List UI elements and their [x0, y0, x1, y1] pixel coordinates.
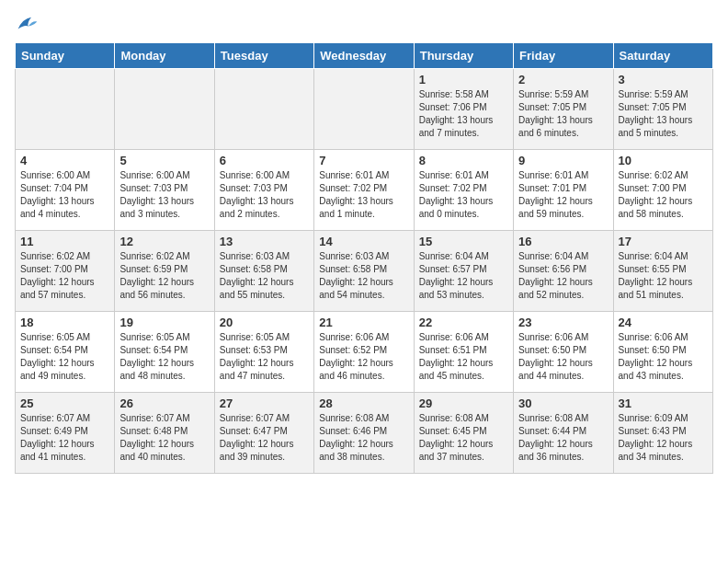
week-row-2: 4Sunrise: 6:00 AM Sunset: 7:04 PM Daylig…	[16, 150, 713, 231]
day-cell: 21Sunrise: 6:06 AM Sunset: 6:52 PM Dayli…	[314, 312, 414, 393]
day-info: Sunrise: 6:08 AM Sunset: 6:46 PM Dayligh…	[319, 412, 408, 464]
day-cell: 2Sunrise: 5:59 AM Sunset: 7:05 PM Daylig…	[514, 69, 613, 150]
day-cell: 1Sunrise: 5:58 AM Sunset: 7:06 PM Daylig…	[414, 69, 513, 150]
day-cell: 3Sunrise: 5:59 AM Sunset: 7:05 PM Daylig…	[613, 69, 712, 150]
day-info: Sunrise: 6:06 AM Sunset: 6:51 PM Dayligh…	[419, 331, 508, 383]
day-cell: 31Sunrise: 6:09 AM Sunset: 6:43 PM Dayli…	[613, 393, 712, 474]
day-cell: 9Sunrise: 6:01 AM Sunset: 7:01 PM Daylig…	[514, 150, 613, 231]
day-cell: 30Sunrise: 6:08 AM Sunset: 6:44 PM Dayli…	[514, 393, 613, 474]
day-number: 5	[119, 154, 209, 167]
day-info: Sunrise: 6:05 AM Sunset: 6:53 PM Dayligh…	[220, 331, 309, 383]
header-wednesday: Wednesday	[314, 43, 414, 69]
day-number: 24	[619, 316, 708, 329]
day-number: 10	[619, 154, 708, 167]
day-info: Sunrise: 6:01 AM Sunset: 7:02 PM Dayligh…	[419, 169, 508, 221]
day-cell	[314, 69, 414, 150]
day-number: 21	[319, 316, 408, 329]
day-cell: 6Sunrise: 6:00 AM Sunset: 7:03 PM Daylig…	[214, 150, 313, 231]
day-cell: 26Sunrise: 6:07 AM Sunset: 6:48 PM Dayli…	[115, 393, 214, 474]
day-info: Sunrise: 6:01 AM Sunset: 7:01 PM Dayligh…	[518, 169, 608, 221]
day-info: Sunrise: 6:00 AM Sunset: 7:03 PM Dayligh…	[220, 169, 309, 221]
day-number: 25	[20, 396, 109, 410]
day-number: 9	[518, 154, 608, 167]
day-info: Sunrise: 6:06 AM Sunset: 6:50 PM Dayligh…	[619, 331, 708, 383]
day-cell: 16Sunrise: 6:04 AM Sunset: 6:56 PM Dayli…	[514, 231, 613, 312]
day-cell: 17Sunrise: 6:04 AM Sunset: 6:55 PM Dayli…	[613, 231, 712, 312]
day-number: 1	[419, 73, 508, 86]
day-cell: 20Sunrise: 6:05 AM Sunset: 6:53 PM Dayli…	[214, 312, 313, 393]
week-row-4: 18Sunrise: 6:05 AM Sunset: 6:54 PM Dayli…	[16, 312, 713, 393]
day-cell: 29Sunrise: 6:08 AM Sunset: 6:45 PM Dayli…	[414, 393, 513, 474]
day-cell: 13Sunrise: 6:03 AM Sunset: 6:58 PM Dayli…	[214, 231, 313, 312]
day-cell: 28Sunrise: 6:08 AM Sunset: 6:46 PM Dayli…	[314, 393, 414, 474]
day-info: Sunrise: 6:05 AM Sunset: 6:54 PM Dayligh…	[119, 331, 209, 383]
day-number: 20	[220, 316, 309, 329]
day-number: 13	[220, 235, 309, 248]
day-info: Sunrise: 6:07 AM Sunset: 6:47 PM Dayligh…	[220, 412, 309, 464]
day-info: Sunrise: 6:07 AM Sunset: 6:49 PM Dayligh…	[20, 412, 109, 464]
day-cell: 23Sunrise: 6:06 AM Sunset: 6:50 PM Dayli…	[514, 312, 613, 393]
header-sunday: Sunday	[16, 43, 115, 69]
day-info: Sunrise: 6:06 AM Sunset: 6:52 PM Dayligh…	[319, 331, 408, 383]
day-info: Sunrise: 6:07 AM Sunset: 6:48 PM Dayligh…	[119, 412, 209, 464]
day-number: 11	[20, 235, 109, 248]
day-info: Sunrise: 6:02 AM Sunset: 7:00 PM Dayligh…	[20, 250, 109, 302]
day-number: 6	[220, 154, 309, 167]
day-number: 31	[619, 396, 708, 410]
day-number: 18	[20, 316, 109, 329]
day-number: 28	[319, 396, 408, 410]
day-number: 12	[119, 235, 209, 248]
day-info: Sunrise: 6:05 AM Sunset: 6:54 PM Dayligh…	[20, 331, 109, 383]
day-info: Sunrise: 5:59 AM Sunset: 7:05 PM Dayligh…	[619, 88, 708, 140]
day-cell: 10Sunrise: 6:02 AM Sunset: 7:00 PM Dayli…	[613, 150, 712, 231]
week-row-3: 11Sunrise: 6:02 AM Sunset: 7:00 PM Dayli…	[16, 231, 713, 312]
day-cell	[115, 69, 214, 150]
day-info: Sunrise: 5:59 AM Sunset: 7:05 PM Dayligh…	[518, 88, 608, 140]
day-info: Sunrise: 5:58 AM Sunset: 7:06 PM Dayligh…	[419, 88, 508, 140]
day-number: 30	[518, 396, 608, 410]
day-info: Sunrise: 6:09 AM Sunset: 6:43 PM Dayligh…	[619, 412, 708, 464]
day-info: Sunrise: 6:08 AM Sunset: 6:44 PM Dayligh…	[518, 412, 608, 464]
day-cell: 8Sunrise: 6:01 AM Sunset: 7:02 PM Daylig…	[414, 150, 513, 231]
day-number: 3	[619, 73, 708, 86]
day-cell: 18Sunrise: 6:05 AM Sunset: 6:54 PM Dayli…	[16, 312, 115, 393]
day-number: 27	[220, 396, 309, 410]
day-info: Sunrise: 6:04 AM Sunset: 6:56 PM Dayligh…	[518, 250, 608, 302]
day-info: Sunrise: 6:00 AM Sunset: 7:04 PM Dayligh…	[20, 169, 109, 221]
day-cell: 5Sunrise: 6:00 AM Sunset: 7:03 PM Daylig…	[115, 150, 214, 231]
day-number: 22	[419, 316, 508, 329]
day-number: 19	[119, 316, 209, 329]
day-info: Sunrise: 6:03 AM Sunset: 6:58 PM Dayligh…	[220, 250, 309, 302]
header-friday: Friday	[514, 43, 613, 69]
day-cell: 22Sunrise: 6:06 AM Sunset: 6:51 PM Dayli…	[414, 312, 513, 393]
day-cell: 15Sunrise: 6:04 AM Sunset: 6:57 PM Dayli…	[414, 231, 513, 312]
day-info: Sunrise: 6:03 AM Sunset: 6:58 PM Dayligh…	[319, 250, 408, 302]
day-cell: 19Sunrise: 6:05 AM Sunset: 6:54 PM Dayli…	[115, 312, 214, 393]
day-cell: 7Sunrise: 6:01 AM Sunset: 7:02 PM Daylig…	[314, 150, 414, 231]
day-cell: 25Sunrise: 6:07 AM Sunset: 6:49 PM Dayli…	[16, 393, 115, 474]
day-cell: 4Sunrise: 6:00 AM Sunset: 7:04 PM Daylig…	[16, 150, 115, 231]
header-row: SundayMondayTuesdayWednesdayThursdayFrid…	[16, 43, 713, 69]
header-tuesday: Tuesday	[214, 43, 313, 69]
day-number: 26	[119, 396, 209, 410]
day-cell: 12Sunrise: 6:02 AM Sunset: 6:59 PM Dayli…	[115, 231, 214, 312]
day-info: Sunrise: 6:06 AM Sunset: 6:50 PM Dayligh…	[518, 331, 608, 383]
day-info: Sunrise: 6:04 AM Sunset: 6:57 PM Dayligh…	[419, 250, 508, 302]
week-row-5: 25Sunrise: 6:07 AM Sunset: 6:49 PM Dayli…	[16, 393, 713, 474]
day-number: 14	[319, 235, 408, 248]
page-header	[15, 15, 713, 33]
day-number: 7	[319, 154, 408, 167]
day-number: 2	[518, 73, 608, 86]
week-row-1: 1Sunrise: 5:58 AM Sunset: 7:06 PM Daylig…	[16, 69, 713, 150]
day-cell	[214, 69, 313, 150]
day-number: 16	[518, 235, 608, 248]
logo	[15, 15, 39, 33]
day-cell: 27Sunrise: 6:07 AM Sunset: 6:47 PM Dayli…	[214, 393, 313, 474]
day-info: Sunrise: 6:02 AM Sunset: 7:00 PM Dayligh…	[619, 169, 708, 221]
day-info: Sunrise: 6:01 AM Sunset: 7:02 PM Dayligh…	[319, 169, 408, 221]
day-info: Sunrise: 6:00 AM Sunset: 7:03 PM Dayligh…	[119, 169, 209, 221]
day-info: Sunrise: 6:02 AM Sunset: 6:59 PM Dayligh…	[119, 250, 209, 302]
day-cell: 24Sunrise: 6:06 AM Sunset: 6:50 PM Dayli…	[613, 312, 712, 393]
day-number: 17	[619, 235, 708, 248]
calendar-table: SundayMondayTuesdayWednesdayThursdayFrid…	[15, 42, 713, 474]
